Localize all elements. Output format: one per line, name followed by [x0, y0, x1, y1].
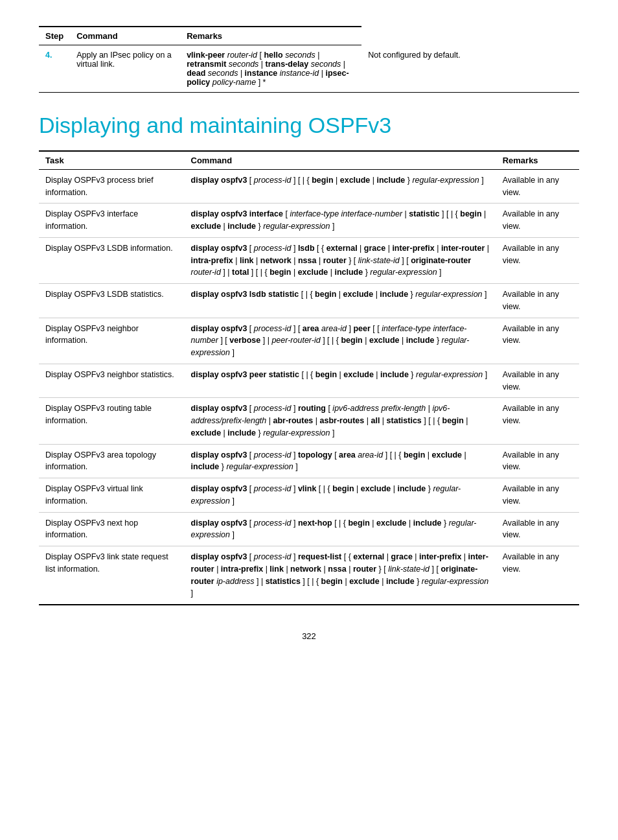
remarks-cell: Available in any view. — [496, 237, 579, 283]
main-table-remarks-header: Remarks — [496, 151, 579, 170]
command-cell: display ospfv3 [ process-id ] vlink [ | … — [185, 478, 496, 513]
task-cell: Display OSPFv3 neighbor statistics. — [39, 364, 185, 398]
section-title: Displaying and maintaining OSPFv3 — [39, 112, 579, 139]
task-cell: Display OSPFv3 neighbor information. — [39, 318, 185, 364]
task-cell: Display OSPFv3 LSDB statistics. — [39, 284, 185, 318]
table-row: Display OSPFv3 area topology information… — [39, 444, 579, 478]
task-cell: Display OSPFv3 virtual link information. — [39, 478, 185, 513]
remarks-cell: Available in any view. — [496, 512, 579, 546]
table-row: Display OSPFv3 LSDB statistics. display … — [39, 284, 579, 318]
command-cell: display ospfv3 [ process-id ] routing [ … — [185, 398, 496, 444]
task-cell: Display OSPFv3 LSDB information. — [39, 237, 185, 283]
main-table-command-header: Command — [185, 151, 496, 170]
step-remarks: Not configured by default. — [361, 45, 579, 93]
command-cell: display ospfv3 [ process-id ] lsdb [ { e… — [185, 237, 496, 283]
remarks-cell: Available in any view. — [496, 284, 579, 318]
task-cell: Display OSPFv3 interface information. — [39, 204, 185, 238]
command-cell: display ospfv3 peer statistic [ | { begi… — [185, 364, 496, 398]
remarks-cell: Available in any view. — [496, 444, 579, 478]
table-row: Display OSPFv3 next hop information. dis… — [39, 512, 579, 546]
remarks-cell: Available in any view. — [496, 204, 579, 238]
remarks-cell: Available in any view. — [496, 546, 579, 605]
top-table-command-header: Command — [70, 27, 180, 45]
task-cell: Display OSPFv3 link state request list i… — [39, 546, 185, 605]
table-row: Display OSPFv3 neighbor statistics. disp… — [39, 364, 579, 398]
task-cell: Display OSPFv3 next hop information. — [39, 512, 185, 546]
step-command: vlink-peer router-id [ hello seconds | r… — [180, 45, 361, 93]
page-number: 322 — [39, 631, 579, 641]
table-row: Display OSPFv3 routing table information… — [39, 398, 579, 444]
command-cell: display ospfv3 [ process-id ] next-hop [… — [185, 512, 496, 546]
table-row: Display OSPFv3 LSDB information. display… — [39, 237, 579, 283]
command-cell: display ospfv3 lsdb statistic [ | { begi… — [185, 284, 496, 318]
top-table-step-header: Step — [39, 27, 70, 45]
task-cell: Display OSPFv3 process brief information… — [39, 169, 185, 204]
top-table: Step Command Remarks 4. Apply an IPsec p… — [39, 26, 579, 93]
command-cell: display ospfv3 [ process-id ] [ | { begi… — [185, 169, 496, 204]
table-row: Display OSPFv3 neighbor information. dis… — [39, 318, 579, 364]
main-table-task-header: Task — [39, 151, 185, 170]
command-cell: display ospfv3 [ process-id ] [ area are… — [185, 318, 496, 364]
table-row: Display OSPFv3 link state request list i… — [39, 546, 579, 605]
remarks-cell: Available in any view. — [496, 364, 579, 398]
remarks-cell: Available in any view. — [496, 398, 579, 444]
main-table: Task Command Remarks Display OSPFv3 proc… — [39, 150, 579, 605]
step-number: 4. — [39, 45, 70, 93]
step-task: Apply an IPsec policy on a virtual link. — [70, 45, 180, 93]
remarks-cell: Available in any view. — [496, 169, 579, 204]
table-row: Display OSPFv3 interface information. di… — [39, 204, 579, 238]
table-row: 4. Apply an IPsec policy on a virtual li… — [39, 45, 579, 93]
command-cell: display ospfv3 [ process-id ] topology [… — [185, 444, 496, 478]
remarks-cell: Available in any view. — [496, 318, 579, 364]
task-cell: Display OSPFv3 area topology information… — [39, 444, 185, 478]
top-table-remarks-header: Remarks — [180, 27, 361, 45]
remarks-cell: Available in any view. — [496, 478, 579, 513]
command-cell: display ospfv3 [ process-id ] request-li… — [185, 546, 496, 605]
table-row: Display OSPFv3 process brief information… — [39, 169, 579, 204]
command-cell: display ospfv3 interface [ interface-typ… — [185, 204, 496, 238]
table-row: Display OSPFv3 virtual link information.… — [39, 478, 579, 513]
task-cell: Display OSPFv3 routing table information… — [39, 398, 185, 444]
